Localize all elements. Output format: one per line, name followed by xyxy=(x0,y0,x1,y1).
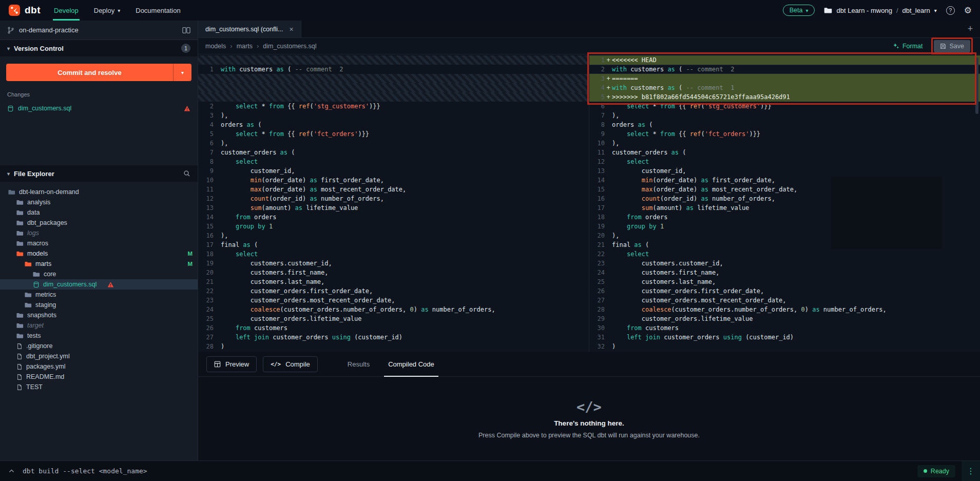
gear-icon[interactable]: ⚙ xyxy=(964,5,972,16)
code-line[interactable]: 20), xyxy=(589,231,980,240)
tree-item-data[interactable]: data xyxy=(0,207,198,218)
account-switcher[interactable]: dbt Learn - mwong / dbt_learn ▾ xyxy=(824,6,936,14)
tree-item-core[interactable]: core xyxy=(0,269,198,279)
code-line[interactable]: 2 select * from {{ ref('stg_customers')}… xyxy=(198,102,589,111)
code-line[interactable]: 11 max(order_date) as most_recent_order_… xyxy=(198,185,589,194)
changed-file-row[interactable]: dim_customers.sql xyxy=(0,102,198,115)
dbt-logo[interactable]: dbt xyxy=(8,4,41,16)
code-line[interactable]: 31 left join customer_orders using (cust… xyxy=(589,333,980,342)
chevron-up-icon[interactable] xyxy=(0,461,23,481)
editor-scrollbar[interactable] xyxy=(975,57,978,114)
tab-results[interactable]: Results xyxy=(338,352,379,377)
code-line[interactable]: 26 customer_orders.first_order_date, xyxy=(589,286,980,296)
compile-button[interactable]: </> Compile xyxy=(263,356,318,372)
code-line[interactable]: 1+<<<<<<< HEAD xyxy=(589,55,980,65)
close-icon[interactable]: × xyxy=(289,25,293,33)
code-line[interactable]: 25 customer_orders.lifetime_value xyxy=(198,314,589,323)
code-line[interactable]: 25 customers.last_name, xyxy=(589,277,980,286)
tree-item-models[interactable]: models M xyxy=(0,248,198,259)
format-button[interactable]: Format xyxy=(893,43,923,50)
code-line[interactable]: 22 customer_orders.first_order_date, xyxy=(198,286,589,296)
tree-item-dbt_packages[interactable]: dbt_packages xyxy=(0,218,198,228)
search-icon[interactable] xyxy=(183,170,190,177)
code-line[interactable]: 4+with customers as ( -- comment 1 xyxy=(589,83,980,92)
code-line[interactable]: 8 select xyxy=(198,157,589,166)
code-line[interactable]: 32) xyxy=(589,342,980,351)
code-line[interactable]: 6 select * from {{ ref('stg_customers')}… xyxy=(589,102,980,111)
tree-item-snapshots[interactable]: snapshots xyxy=(0,310,198,320)
code-line[interactable]: 27 left join customer_orders using (cust… xyxy=(198,333,589,342)
code-line[interactable]: 19 group by 1 xyxy=(589,222,980,231)
code-line[interactable]: 1with customers as ( -- comment 2 xyxy=(198,65,589,74)
code-line[interactable]: 14 from orders xyxy=(198,213,589,222)
code-line[interactable]: 7), xyxy=(589,111,980,120)
tree-item-macros[interactable]: macros xyxy=(0,238,198,248)
tab-compiled-code[interactable]: Compiled Code xyxy=(379,352,444,377)
breadcrumb-models[interactable]: models xyxy=(205,43,226,50)
code-line[interactable]: 24 coalesce(customer_orders.number_of_or… xyxy=(198,305,589,314)
beta-badge[interactable]: Beta ▾ xyxy=(783,5,815,16)
split-view-icon[interactable] xyxy=(182,27,190,34)
code-line[interactable]: 28) xyxy=(198,342,589,351)
code-line[interactable]: 12 count(order_id) as number_of_orders, xyxy=(198,194,589,203)
code-line[interactable]: 18 select xyxy=(198,249,589,259)
code-line[interactable]: 3+======= xyxy=(589,74,980,83)
code-line[interactable]: 13 customer_id, xyxy=(589,166,980,176)
code-line[interactable]: 28 coalesce(customer_orders.number_of_or… xyxy=(589,305,980,314)
tree-item-target[interactable]: target xyxy=(0,320,198,331)
code-line[interactable]: 11customer_orders as ( xyxy=(589,148,980,157)
code-line[interactable]: 17 sum(amount) as lifetime_value xyxy=(589,203,980,213)
code-line[interactable]: 20 customers.first_name, xyxy=(198,268,589,277)
tree-item-staging[interactable]: staging xyxy=(0,300,198,310)
code-line[interactable]: 16), xyxy=(198,231,589,240)
tree-item-README.md[interactable]: README.md xyxy=(0,372,198,382)
code-line[interactable]: 19 customers.customer_id, xyxy=(198,259,589,268)
command-input[interactable]: dbt build --select <model_name> xyxy=(23,467,917,475)
tree-item-tests[interactable]: tests xyxy=(0,331,198,341)
code-line[interactable]: 12 select xyxy=(589,157,980,166)
commit-dropdown-button[interactable]: ▾ xyxy=(173,64,191,81)
code-line[interactable]: 14 min(order_date) as first_order_date, xyxy=(589,176,980,185)
code-line[interactable]: 10 min(order_date) as first_order_date, xyxy=(198,176,589,185)
code-line[interactable]: 24 customers.first_name, xyxy=(589,268,980,277)
version-control-header[interactable]: ▾ Version Control 1 xyxy=(0,40,198,56)
menu-documentation[interactable]: Documentation xyxy=(136,0,180,21)
code-line[interactable]: 17final as ( xyxy=(198,240,589,249)
code-line[interactable]: 16 count(order_id) as number_of_orders, xyxy=(589,194,980,203)
code-line[interactable]: 9 select * from {{ ref('fct_orders')}} xyxy=(589,129,980,139)
tree-item-dbt_project.yml[interactable]: dbt_project.yml xyxy=(0,351,198,361)
code-line[interactable]: 6), xyxy=(198,139,589,148)
tree-item-dim_customers.sql[interactable]: dim_customers.sql xyxy=(0,279,198,290)
tree-item-packages.yml[interactable]: packages.yml xyxy=(0,361,198,372)
tree-item-.gitignore[interactable]: .gitignore xyxy=(0,341,198,351)
code-line[interactable]: 5+>>>>>>> b81f802a66fd544504c65721e3ffaa… xyxy=(589,92,980,102)
code-line[interactable]: 18 from orders xyxy=(589,213,980,222)
help-icon[interactable]: ? xyxy=(946,6,955,15)
code-line[interactable]: 7customer_orders as ( xyxy=(198,148,589,157)
tree-item-TEST[interactable]: TEST xyxy=(0,382,198,392)
code-line[interactable]: 23 customer_orders.most_recent_order_dat… xyxy=(198,296,589,305)
code-line[interactable]: 9 customer_id, xyxy=(198,166,589,176)
commit-and-resolve-button[interactable]: Commit and resolve ▾ xyxy=(6,64,191,81)
code-line[interactable]: 29 customer_orders.lifetime_value xyxy=(589,314,980,323)
file-explorer-header[interactable]: ▾ File Explorer xyxy=(0,165,198,182)
code-line[interactable]: 27 customer_orders.most_recent_order_dat… xyxy=(589,296,980,305)
tab-dim-customers[interactable]: dim_customers.sql (confli... × xyxy=(198,21,301,37)
code-line[interactable]: 10), xyxy=(589,139,980,148)
code-line[interactable]: 4orders as ( xyxy=(198,120,589,129)
kebab-menu-icon[interactable]: ⋮ xyxy=(962,461,980,481)
code-line[interactable]: 8orders as ( xyxy=(589,120,980,129)
code-line[interactable]: 26 from customers xyxy=(198,323,589,333)
tree-item-analysis[interactable]: analysis xyxy=(0,197,198,207)
tree-item-dbt-learn-on-demand[interactable]: dbt-learn-on-demand xyxy=(0,187,198,197)
code-line[interactable]: 22 select xyxy=(589,249,980,259)
code-line[interactable]: 30 from customers xyxy=(589,323,980,333)
code-line[interactable]: 23 customers.customer_id, xyxy=(589,259,980,268)
code-line[interactable]: 3), xyxy=(198,111,589,120)
code-line[interactable]: 21 customers.last_name, xyxy=(198,277,589,286)
tree-item-logs[interactable]: logs xyxy=(0,228,198,238)
code-line[interactable]: 13 sum(amount) as lifetime_value xyxy=(198,203,589,213)
breadcrumb-marts[interactable]: marts xyxy=(237,43,253,50)
code-line[interactable]: 15 group by 1 xyxy=(198,222,589,231)
code-line[interactable]: 2with customers as ( -- comment 2 xyxy=(589,65,980,74)
